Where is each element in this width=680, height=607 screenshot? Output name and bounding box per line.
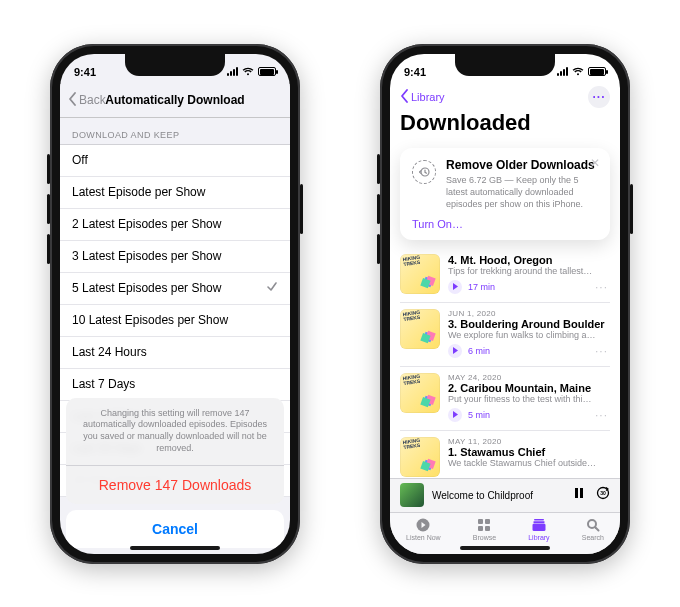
svg-rect-22	[534, 519, 544, 521]
episode-subtitle: We explore fun walks to climbing a…	[448, 330, 610, 340]
episode-row[interactable]: HIKINGTREKS JUN 1, 2020 3. Bouldering Ar…	[400, 303, 610, 367]
status-time: 9:41	[404, 66, 426, 78]
action-sheet-message: Changing this setting will remove 147 au…	[66, 398, 284, 466]
svg-rect-18	[478, 519, 483, 524]
phone-left: 9:41 Back Automatically Download	[50, 44, 300, 564]
chevron-left-icon	[400, 89, 409, 105]
tab-search[interactable]: Search	[582, 517, 604, 541]
svg-rect-24	[532, 523, 545, 530]
tip-body: Save 6.72 GB — Keep only the 5 latest au…	[446, 174, 598, 210]
action-sheet-group: Changing this setting will remove 147 au…	[66, 398, 284, 504]
episode-title: 3. Bouldering Around Boulder	[448, 318, 610, 330]
home-indicator[interactable]	[130, 546, 220, 550]
battery-icon	[588, 67, 606, 76]
history-icon	[412, 160, 436, 184]
svg-rect-14	[580, 488, 583, 498]
episode-title: 1. Stawamus Chief	[448, 446, 610, 458]
now-playing-artwork	[400, 483, 424, 507]
tip-title: Remove Older Downloads	[446, 158, 598, 172]
episode-title: 2. Caribou Mountain, Maine	[448, 382, 610, 394]
episode-more-button[interactable]: ···	[595, 280, 610, 294]
podcast-artwork: HIKINGTREKS	[400, 309, 440, 349]
wifi-icon	[572, 67, 584, 76]
notch	[455, 54, 555, 76]
library-back-label: Library	[411, 91, 445, 103]
svg-rect-21	[485, 526, 490, 531]
screen-right: 9:41 Library	[390, 54, 620, 554]
now-playing-bar[interactable]: Welcome to Childproof 30	[390, 478, 620, 512]
screen-left: 9:41 Back Automatically Download	[60, 54, 290, 554]
close-icon: ✕	[590, 156, 600, 170]
home-indicator[interactable]	[460, 546, 550, 550]
tab-library[interactable]: Library	[528, 517, 549, 541]
episodes-list[interactable]: HIKINGTREKS 4. Mt. Hood, Oregon Tips for…	[390, 248, 620, 485]
action-sheet: Changing this setting will remove 147 au…	[60, 54, 290, 554]
episode-more-button[interactable]: ···	[595, 344, 610, 358]
library-header: Library ··· Downloaded	[390, 84, 620, 142]
library-back-button[interactable]: Library	[400, 89, 445, 105]
notch	[125, 54, 225, 76]
episode-duration: 17 min	[468, 282, 495, 292]
episode-more-button[interactable]: ···	[595, 408, 610, 422]
tip-action-button[interactable]: Turn On…	[412, 218, 598, 230]
play-button[interactable]	[448, 344, 462, 358]
episode-subtitle: Tips for trekking around the tallest…	[448, 266, 610, 276]
svg-rect-20	[478, 526, 483, 531]
search-icon	[585, 517, 601, 533]
play-circle-icon	[415, 517, 431, 533]
svg-rect-23	[533, 521, 544, 523]
cancel-button[interactable]: Cancel	[66, 510, 284, 548]
svg-text:30: 30	[600, 490, 606, 496]
svg-rect-19	[485, 519, 490, 524]
cellular-icon	[557, 67, 568, 76]
podcast-artwork: HIKINGTREKS	[400, 373, 440, 413]
now-playing-title: Welcome to Childproof	[432, 490, 564, 501]
remove-downloads-button[interactable]: Remove 147 Downloads	[66, 466, 284, 504]
skip-forward-button[interactable]: 30	[596, 486, 610, 504]
episode-row[interactable]: HIKINGTREKS 4. Mt. Hood, Oregon Tips for…	[400, 248, 610, 303]
episode-title: 4. Mt. Hood, Oregon	[448, 254, 610, 266]
library-icon	[531, 517, 547, 533]
episode-duration: 5 min	[468, 410, 490, 420]
tab-listen-now[interactable]: Listen Now	[406, 517, 441, 541]
play-button[interactable]	[448, 408, 462, 422]
episode-subtitle: We tackle Stawamus Chief outside…	[448, 458, 610, 468]
ellipsis-icon: ···	[592, 90, 605, 104]
episode-date: MAY 11, 2020	[448, 437, 610, 446]
page-title: Downloaded	[400, 110, 610, 136]
tip-close-button[interactable]: ✕	[590, 156, 600, 170]
episode-row[interactable]: HIKINGTREKS MAY 24, 2020 2. Caribou Moun…	[400, 367, 610, 431]
podcast-artwork: HIKINGTREKS	[400, 254, 440, 294]
podcast-artwork: HIKINGTREKS	[400, 437, 440, 477]
phone-right: 9:41 Library	[380, 44, 630, 564]
play-button[interactable]	[448, 280, 462, 294]
episode-subtitle: Put your fitness to the test with thi…	[448, 394, 610, 404]
tab-browse[interactable]: Browse	[473, 517, 496, 541]
episode-duration: 6 min	[468, 346, 490, 356]
pause-button[interactable]	[572, 486, 586, 504]
svg-rect-13	[575, 488, 578, 498]
tip-card: ✕ Remove Older Downloads Save 6.72 GB — …	[400, 148, 610, 240]
episode-date: MAY 24, 2020	[448, 373, 610, 382]
more-button[interactable]: ···	[588, 86, 610, 108]
grid-icon	[476, 517, 492, 533]
episode-date: JUN 1, 2020	[448, 309, 610, 318]
